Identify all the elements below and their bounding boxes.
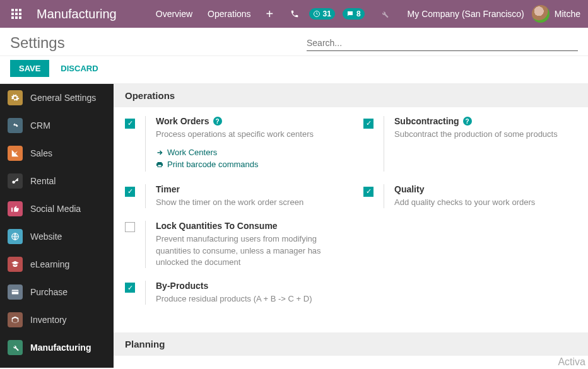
- search-wrap: [307, 35, 578, 51]
- setting-desc: Prevent manufacturing users from modifyi…: [156, 233, 351, 268]
- sidebar-item-social-media[interactable]: Social Media: [0, 195, 114, 223]
- sidebar-item-sales[interactable]: Sales: [0, 139, 114, 167]
- setting-title: Subcontracting: [394, 116, 459, 126]
- nav-overview[interactable]: Overview: [148, 0, 200, 28]
- box-icon: [8, 312, 23, 327]
- setting-work-orders: ✓ Work Orders ? Process operations at sp…: [125, 116, 338, 172]
- setting-desc: Add quality checks to your work orders: [394, 197, 577, 208]
- globe-icon: [8, 229, 23, 244]
- setting-by-products: ✓ By-Products Produce residual products …: [125, 281, 351, 305]
- sidebar-item-label: Manufacturing: [30, 343, 91, 353]
- user-avatar[interactable]: [532, 5, 550, 23]
- developer-tools-icon[interactable]: [373, 0, 395, 28]
- activities-count: 31: [323, 9, 331, 18]
- sidebar-item-manufacturing[interactable]: Manufacturing: [0, 334, 114, 361]
- save-button[interactable]: SAVE: [10, 60, 49, 77]
- section-header-operations: Operations: [114, 84, 588, 107]
- messages-badge[interactable]: 8: [343, 8, 365, 20]
- main-area: General SettingsCRMSalesRentalSocial Med…: [0, 83, 588, 368]
- search-input[interactable]: [307, 38, 578, 48]
- checkbox-by-products[interactable]: ✓: [125, 283, 135, 293]
- sidebar-item-label: eLearning: [30, 259, 69, 269]
- control-bar: Settings: [0, 28, 588, 56]
- sidebar-item-label: Website: [30, 231, 62, 242]
- setting-desc: Process operations at specific work cent…: [156, 129, 338, 140]
- sidebar-item-label: Sales: [30, 148, 52, 158]
- new-record-button[interactable]: +: [259, 7, 281, 21]
- key-icon: [8, 173, 23, 189]
- sidebar-item-elearning[interactable]: eLearning: [0, 250, 114, 278]
- sidebar-item-crm[interactable]: CRM: [0, 112, 114, 139]
- link-work-centers[interactable]: Work Centers: [156, 148, 338, 157]
- setting-timer: ✓ Timer Show the timer on the work order…: [125, 184, 338, 208]
- setting-desc: Show the timer on the work order screen: [156, 197, 338, 208]
- setting-title: Quality: [394, 184, 424, 194]
- user-menu[interactable]: Mitche: [555, 9, 580, 19]
- checkbox-quality[interactable]: ✓: [363, 187, 373, 197]
- checkbox-timer[interactable]: ✓: [125, 187, 135, 197]
- link-print-barcode[interactable]: Print barcode commands: [156, 160, 338, 169]
- checkbox-work-orders[interactable]: ✓: [125, 119, 135, 129]
- setting-lock-quantities: Lock Quantities To Consume Prevent manuf…: [125, 221, 351, 268]
- setting-desc: Subcontract the production of some produ…: [394, 129, 577, 140]
- svg-rect-4: [12, 291, 19, 291]
- sidebar-item-purchase[interactable]: Purchase: [0, 278, 114, 306]
- help-icon[interactable]: ?: [463, 117, 472, 126]
- sidebar-item-general-settings[interactable]: General Settings: [0, 84, 114, 112]
- setting-subcontracting: ✓ Subcontracting ? Subcontract the produ…: [363, 116, 577, 172]
- sidebar-item-label: Social Media: [30, 204, 81, 214]
- nav-operations[interactable]: Operations: [200, 0, 258, 28]
- handshake-icon: [8, 118, 23, 133]
- app-title[interactable]: Manufacturing: [37, 7, 117, 21]
- sidebar-item-accounting[interactable]: Accounting: [0, 361, 114, 368]
- setting-title: Work Orders: [156, 116, 209, 126]
- phone-icon[interactable]: [284, 0, 305, 28]
- thumb-icon: [8, 201, 23, 216]
- checkbox-lock-quantities[interactable]: [125, 222, 135, 232]
- setting-quality: ✓ Quality Add quality checks to your wor…: [363, 184, 577, 208]
- svg-point-1: [12, 180, 15, 184]
- wrench-icon: [8, 340, 23, 355]
- sidebar-item-label: Inventory: [30, 315, 67, 325]
- activities-badge[interactable]: 31: [309, 8, 335, 20]
- settings-content: Operations ✓ Work Orders ? Process opera…: [114, 84, 588, 368]
- sidebar-item-label: CRM: [30, 120, 50, 131]
- sidebar-item-label: General Settings: [30, 93, 96, 103]
- help-icon[interactable]: ?: [213, 117, 222, 126]
- chart-icon: [8, 146, 23, 161]
- company-selector[interactable]: My Company (San Francisco): [408, 9, 524, 19]
- checkbox-subcontracting[interactable]: ✓: [363, 119, 373, 129]
- grad-icon: [8, 257, 23, 272]
- setting-desc: Produce residual products (A + B -> C + …: [156, 293, 351, 305]
- top-navbar: Manufacturing Overview Operations + 31 8…: [0, 0, 588, 28]
- apps-menu-button[interactable]: [8, 5, 25, 23]
- page-title: Settings: [10, 34, 65, 52]
- section-header-planning: Planning: [114, 332, 588, 356]
- messages-count: 8: [356, 9, 361, 18]
- sidebar-item-rental[interactable]: Rental: [0, 167, 114, 195]
- apps-grid-icon: [11, 9, 21, 19]
- sidebar-item-inventory[interactable]: Inventory: [0, 306, 114, 334]
- sidebar-item-label: Rental: [30, 176, 56, 186]
- setting-title: By-Products: [156, 281, 208, 291]
- discard-button[interactable]: DISCARD: [61, 64, 98, 73]
- settings-sidebar: General SettingsCRMSalesRentalSocial Med…: [0, 84, 114, 368]
- svg-rect-3: [12, 290, 19, 295]
- card-icon: [8, 284, 23, 300]
- sidebar-item-label: Purchase: [30, 287, 68, 297]
- setting-title: Timer: [156, 184, 180, 194]
- sidebar-item-website[interactable]: Website: [0, 223, 114, 250]
- setting-title: Lock Quantities To Consume: [156, 221, 278, 231]
- action-bar: SAVE DISCARD: [0, 56, 588, 83]
- gear-icon: [8, 90, 23, 105]
